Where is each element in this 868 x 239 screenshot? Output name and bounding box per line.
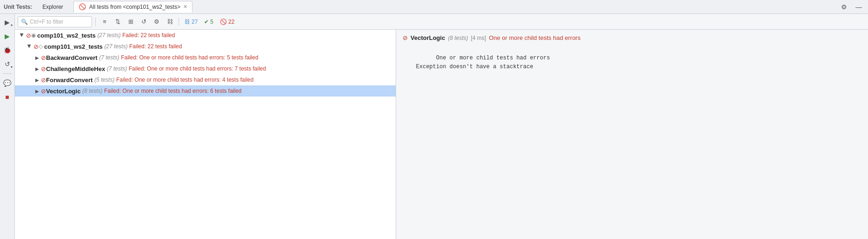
detail-class-name: VectorLogic xyxy=(411,34,445,41)
error-icon-forward: ⊘ xyxy=(41,77,46,84)
run-all-button[interactable]: ▶ ▾ xyxy=(2,17,13,28)
rerun-arrow: ▾ xyxy=(11,65,13,69)
sort2-button[interactable]: ⇅ xyxy=(112,16,123,27)
chevron-forward[interactable]: ▶ xyxy=(33,76,41,84)
left-toolbar: ▶ ▾ ▶ 🐞 ↺ ▾ 💬 ■ xyxy=(0,14,15,239)
detail-time: [4 ms] xyxy=(471,35,486,41)
tab-close-button[interactable]: ✕ xyxy=(183,4,187,10)
rerun-button[interactable]: ↺ ▾ xyxy=(2,58,13,70)
pass-count: 5 xyxy=(210,19,213,25)
tree-item-child-root[interactable]: ▶ ⊘ ◇ comp101_ws2_tests (27 tests) Faile… xyxy=(15,41,396,52)
child-root-status: Failed: 22 tests failed xyxy=(129,43,182,50)
backward-status: Failed: One or more child tests had erro… xyxy=(121,54,258,61)
error-icon-backward: ⊘ xyxy=(41,54,46,61)
detail-header: ⊘ VectorLogic (8 tests) [4 ms] One or mo… xyxy=(403,34,861,41)
detail-body: One or more child tests had errors Excep… xyxy=(403,45,861,81)
tree-item-root[interactable]: ▶ ⊘ ◉ comp101_ws2_tests (27 tests) Faile… xyxy=(15,30,396,41)
total-count-badge: ⛓ 27 xyxy=(182,18,200,26)
challenge-status: Failed: One or more child tests had erro… xyxy=(129,65,266,72)
error-icon-challenge: ⊘ xyxy=(41,65,46,72)
fail-count-badge: 🚫 22 xyxy=(218,18,237,26)
tab-explorer[interactable]: Explorer xyxy=(38,2,68,12)
unit-tests-label: Unit Tests: xyxy=(4,4,32,10)
vector-status: Failed: One or more child tests had erro… xyxy=(104,88,241,94)
tree-item-forward-convert[interactable]: ▶ ⊘ ForwardConvert (5 tests) Failed: One… xyxy=(15,74,396,85)
link-icon-count: ⛓ xyxy=(185,19,190,25)
run-all-arrow: ▾ xyxy=(11,23,13,27)
tab-all-tests[interactable]: 🚫 All tests from <comp101_ws2_tests> ✕ xyxy=(73,1,192,13)
chevron-challenge[interactable]: ▶ xyxy=(33,65,41,72)
title-settings-button[interactable]: ⚙ xyxy=(838,1,849,13)
detail-meta: (8 tests) xyxy=(448,35,468,41)
toolbar-sep-v-1 xyxy=(95,18,96,26)
error-icon-tab: 🚫 xyxy=(79,3,86,10)
chevron-child-root[interactable]: ▶ xyxy=(26,43,33,50)
tab-all-tests-label: All tests from <comp101_ws2_tests> xyxy=(89,4,180,10)
root-name: comp101_ws2_tests xyxy=(37,32,96,39)
group-icon: ⊞ xyxy=(128,18,133,25)
sort-button[interactable]: ≡ xyxy=(99,16,110,27)
tree-item-vector-logic[interactable]: ▶ ⊘ VectorLogic (8 tests) Failed: One or… xyxy=(15,85,396,97)
root-status: Failed: 22 tests failed xyxy=(122,32,175,39)
sort-icon: ≡ xyxy=(103,18,106,25)
chevron-root[interactable]: ▶ xyxy=(19,32,26,39)
toolbar-sep-v-2 xyxy=(179,18,179,26)
content-section: 🔍 Ctrl+F to filter ≡ ⇅ ⊞ ↺ ⚙ ⛓ xyxy=(15,14,868,239)
refresh-icon: ↺ xyxy=(141,18,146,25)
error-icon-root: ⊘ xyxy=(26,32,31,39)
vector-count: (8 tests) xyxy=(82,88,102,94)
root-count: (27 tests) xyxy=(97,32,120,39)
tree-item-backward-convert[interactable]: ▶ ⊘ BackwardConvert (7 tests) Failed: On… xyxy=(15,52,396,63)
detail-line1: One or more child tests had errors xyxy=(436,55,550,61)
test-tree-panel: ▶ ⊘ ◉ comp101_ws2_tests (27 tests) Faile… xyxy=(15,30,396,239)
chevron-backward[interactable]: ▶ xyxy=(33,54,41,61)
stop-button[interactable]: ■ xyxy=(2,91,13,103)
pass-count-badge: ✔ 5 xyxy=(202,18,216,26)
challenge-name: ChallengeMiddleHex xyxy=(46,65,105,72)
fail-icon: 🚫 xyxy=(220,19,227,25)
group-button[interactable]: ⊞ xyxy=(125,16,136,27)
total-count: 27 xyxy=(192,19,198,25)
title-bar: Unit Tests: Explorer 🚫 All tests from <c… xyxy=(0,0,868,14)
detail-line2: Exception doesn't have a stacktrace xyxy=(403,64,533,70)
settings2-icon: ⚙ xyxy=(154,18,159,25)
toolbar-separator-1 xyxy=(3,73,12,74)
pass-icon: ✔ xyxy=(204,19,209,25)
tab-explorer-label: Explorer xyxy=(42,4,63,10)
tree-item-challenge-middle[interactable]: ▶ ⊘ ChallengeMiddleHex (7 tests) Failed:… xyxy=(15,63,396,74)
challenge-count: (7 tests) xyxy=(107,65,127,72)
title-minimize-button[interactable]: — xyxy=(853,1,864,13)
link-button[interactable]: ⛓ xyxy=(164,16,175,27)
coverage-button[interactable]: 💬 xyxy=(2,78,13,89)
refresh-button[interactable]: ↺ xyxy=(138,16,149,27)
sort2-icon: ⇅ xyxy=(115,18,120,25)
top-toolbar: 🔍 Ctrl+F to filter ≡ ⇅ ⊞ ↺ ⚙ ⛓ xyxy=(15,14,868,30)
forward-status: Failed: One or more child tests had erro… xyxy=(116,77,253,83)
split-pane: ▶ ⊘ ◉ comp101_ws2_tests (27 tests) Faile… xyxy=(15,30,868,239)
class-icon-root: ◉ xyxy=(31,32,36,39)
detail-error-icon: ⊘ xyxy=(403,34,408,41)
backward-name: BackwardConvert xyxy=(46,54,98,61)
fail-count: 22 xyxy=(228,19,234,25)
chevron-vector[interactable]: ▶ xyxy=(33,87,41,95)
detail-error-label: One or more child tests had errors xyxy=(489,34,580,41)
child-root-count: (27 tests) xyxy=(104,43,127,50)
child-root-name: comp101_ws2_tests xyxy=(44,43,103,50)
vector-name: VectorLogic xyxy=(46,88,80,95)
code-icon-child-root: ◇ xyxy=(39,43,43,50)
details-panel: ⊘ VectorLogic (8 tests) [4 ms] One or mo… xyxy=(396,30,868,239)
forward-count: (5 tests) xyxy=(94,77,114,83)
forward-name: ForwardConvert xyxy=(46,77,93,84)
backward-count: (7 tests) xyxy=(99,54,119,61)
main-container: ▶ ▾ ▶ 🐞 ↺ ▾ 💬 ■ 🔍 Ctrl+F to filter xyxy=(0,14,868,239)
search-icon: 🔍 xyxy=(21,19,28,25)
search-box[interactable]: 🔍 Ctrl+F to filter xyxy=(18,16,92,27)
run-button[interactable]: ▶ xyxy=(2,31,13,42)
search-placeholder: Ctrl+F to filter xyxy=(30,19,63,25)
settings2-button[interactable]: ⚙ xyxy=(151,16,162,27)
error-icon-vector: ⊘ xyxy=(41,88,46,95)
link-icon: ⛓ xyxy=(167,18,173,25)
error-icon-child-root: ⊘ xyxy=(33,43,39,50)
debug-button[interactable]: 🐞 xyxy=(2,45,13,56)
